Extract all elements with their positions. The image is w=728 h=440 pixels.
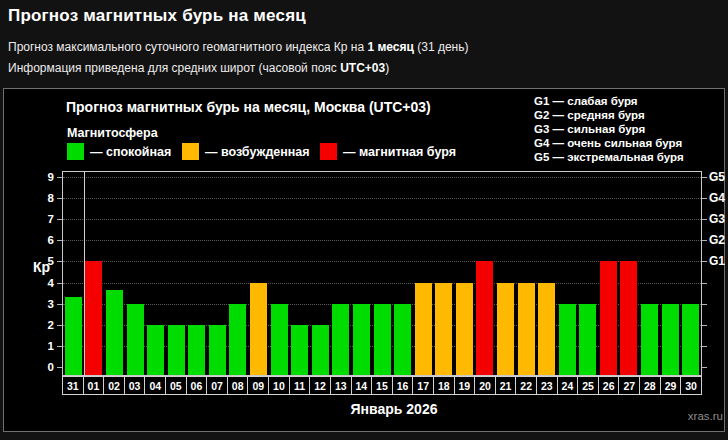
y-tick-right: [702, 219, 707, 220]
kp-bar-09: [250, 283, 267, 375]
kp-bar-12: [312, 325, 329, 375]
kp-bar-16: [394, 304, 411, 375]
kp-bar-29: [662, 304, 679, 375]
kp-bar-15: [374, 304, 391, 375]
kp-bar-02: [106, 290, 123, 375]
kp-bar-27: [620, 261, 637, 375]
magnetosphere-legend-title: Магнитосфера: [67, 126, 158, 140]
g-scale-item: G4 — очень сильная буря: [534, 136, 684, 150]
kp-bar-25: [579, 304, 596, 375]
y-tick-right: [702, 304, 707, 305]
forecast-chart-panel: Прогноз магнитных бурь на месяц, Москва …: [3, 88, 725, 432]
y-tick-left: [57, 346, 62, 347]
info-suffix: ): [385, 61, 389, 75]
chart-title: Прогноз магнитных бурь на месяц, Москва …: [66, 99, 431, 115]
kp-bar-01: [85, 261, 102, 375]
kp-bar-13: [332, 304, 349, 375]
kp-bar-22: [518, 283, 535, 375]
date-cell-05: 05: [165, 376, 187, 395]
y-tick-label: 6: [36, 234, 54, 246]
y-tick-label: 1: [36, 340, 54, 352]
subtitle-bold-period: 1 месяц: [367, 40, 413, 54]
g-axis-label-g3: G3: [709, 212, 725, 226]
date-cell-09: 09: [247, 376, 269, 395]
g-axis-label-g4: G4: [709, 191, 725, 205]
date-cell-23: 23: [536, 376, 558, 395]
gridline-kp-7: [63, 219, 701, 220]
info-bold-timezone: UTC+03: [340, 61, 385, 75]
date-cell-04: 04: [144, 376, 166, 395]
y-tick-label: 4: [36, 277, 54, 289]
gridline-kp-9: [63, 177, 701, 178]
kp-bar-03: [127, 304, 144, 375]
date-cell-07: 07: [206, 376, 228, 395]
y-tick-label: 7: [36, 213, 54, 225]
y-tick-label: 9: [36, 171, 54, 183]
date-cell-12: 12: [309, 376, 331, 395]
legend-item-unsettled: — возбужденная: [182, 143, 310, 160]
date-cell-13: 13: [330, 376, 352, 395]
kp-bar-14: [353, 304, 370, 375]
page-title: Прогноз магнитных бурь на месяц: [8, 6, 306, 26]
y-tick-right: [702, 325, 707, 326]
y-tick-label: 3: [36, 298, 54, 310]
gridline-kp-8: [63, 198, 701, 199]
date-cell-28: 28: [639, 376, 661, 395]
legend-swatch-storm: [320, 143, 337, 160]
date-cell-01: 01: [83, 376, 105, 395]
y-tick-left: [57, 261, 62, 262]
kp-bar-10: [271, 304, 288, 375]
g-scale-legend: G1 — слабая буряG2 — средняя буряG3 — си…: [534, 94, 684, 164]
g-scale-item: G3 — сильная буря: [534, 122, 684, 136]
y-tick-right: [702, 283, 707, 284]
y-tick-left: [57, 325, 62, 326]
page-subtitle: Прогноз максимального суточного геомагни…: [8, 40, 468, 54]
kp-bar-30: [682, 304, 699, 375]
y-tick-right: [702, 240, 707, 241]
x-axis-date-row: 3101020304050607080910111213141516171819…: [62, 376, 702, 395]
y-tick-left: [57, 367, 62, 368]
y-tick-right: [702, 346, 707, 347]
date-cell-22: 22: [515, 376, 537, 395]
legend-swatch-quiet: [67, 143, 84, 160]
kp-bar-08: [229, 304, 246, 375]
kp-bar-19: [456, 283, 473, 375]
date-cell-10: 10: [268, 376, 290, 395]
date-cell-24: 24: [557, 376, 579, 395]
kp-bar-17: [415, 283, 432, 375]
date-cell-02: 02: [103, 376, 125, 395]
page-info: Информация приведена для средних широт (…: [8, 61, 389, 75]
info-text: Информация приведена для средних широт (…: [8, 61, 340, 75]
y-tick-label: 8: [36, 192, 54, 204]
date-cell-26: 26: [598, 376, 620, 395]
kp-bar-26: [600, 261, 617, 375]
g-scale-item: G1 — слабая буря: [534, 94, 684, 108]
kp-bar-07: [209, 325, 226, 375]
date-cell-17: 17: [412, 376, 434, 395]
g-scale-item: G2 — средняя буря: [534, 108, 684, 122]
kp-bar-20: [476, 261, 493, 375]
legend-item-quiet: — спокойная: [67, 143, 171, 160]
date-cell-14: 14: [351, 376, 373, 395]
subtitle-text: Прогноз максимального суточного геомагни…: [8, 40, 367, 54]
y-tick-label: 0: [36, 361, 54, 373]
date-cell-11: 11: [289, 376, 311, 395]
plot-area: 0123456789G1G2G3G4G5: [62, 171, 702, 376]
y-tick-left: [57, 219, 62, 220]
y-tick-left: [57, 283, 62, 284]
legend-swatch-unsettled: [182, 143, 199, 160]
legend-label: — спокойная: [90, 145, 171, 159]
date-cell-03: 03: [124, 376, 146, 395]
date-cell-18: 18: [433, 376, 455, 395]
date-cell-31: 31: [62, 376, 84, 395]
watermark-xras: xras.ru: [688, 410, 723, 422]
y-tick-right: [702, 198, 707, 199]
magnetosphere-legend: — спокойная— возбужденная— магнитная бур…: [67, 143, 527, 161]
g-axis-label-g2: G2: [709, 233, 725, 247]
legend-item-storm: — магнитная буря: [320, 143, 456, 160]
g-scale-item: G5 — экстремальная буря: [534, 150, 684, 164]
y-tick-right: [702, 261, 707, 262]
y-tick-label: 2: [36, 319, 54, 331]
kp-bar-05: [168, 325, 185, 375]
g-axis-label-g5: G5: [709, 170, 725, 184]
